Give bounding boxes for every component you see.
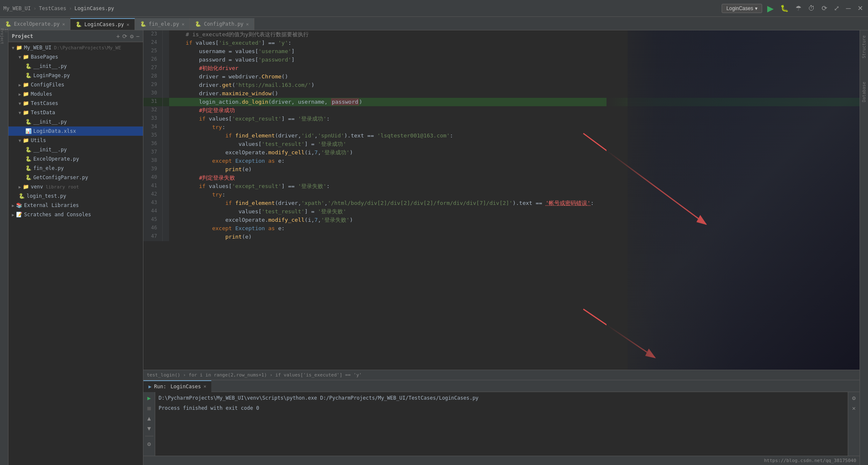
- project-side-tab[interactable]: 1: Project: [0, 32, 8, 40]
- tab-close-icon[interactable]: ✕: [182, 22, 185, 27]
- tree-external-libs[interactable]: ▶ 📚 External Libraries: [8, 201, 143, 210]
- code-line-35: 35 if find_element(driver,'id','spnUid')…: [143, 132, 860, 140]
- tree-configfiles[interactable]: ▶ 📁 ConfigFiles: [8, 80, 143, 89]
- code-line-43: 43 if find_element(driver,'xpath','/html…: [143, 199, 860, 207]
- tab-config-path[interactable]: 🐍 ConfigPath.py ✕: [190, 18, 254, 30]
- tab-close-icon[interactable]: ✕: [127, 22, 129, 27]
- tree-loginpage[interactable]: 🐍 LoginPage.py: [8, 71, 143, 80]
- tree-label: __init__.py: [33, 147, 67, 153]
- tab-excel-operate[interactable]: 🐍 ExcelOperate.py ✕: [0, 18, 70, 30]
- scratches-icon: 📝: [16, 212, 22, 218]
- tree-init-utils[interactable]: 🐍 __init__.py: [8, 145, 143, 154]
- project-header: Project + ⟳ ⚙ −: [8, 30, 143, 42]
- profile-button[interactable]: ⏱: [806, 4, 817, 13]
- tree-testcases[interactable]: ▼ 📁 TestCases: [8, 99, 143, 108]
- tree-label: TestCases: [31, 100, 58, 106]
- tree-testdata[interactable]: ▼ 📁 TestData: [8, 108, 143, 117]
- tree-init-testdata[interactable]: 🐍 __init__.py: [8, 117, 143, 126]
- run-tab-label: Run:: [154, 384, 166, 390]
- structure-tab[interactable]: Structure: [861, 32, 867, 62]
- code-line-34: 34 try:: [143, 123, 860, 132]
- tree-arrow: ▶: [19, 83, 21, 87]
- add-icon[interactable]: +: [116, 33, 120, 40]
- run-config-button[interactable]: LoginCases ▾: [722, 4, 762, 13]
- tree-utils[interactable]: ▼ 📁 Utils: [8, 136, 143, 145]
- tree-exceloperate[interactable]: 🐍 ExcelOperate.py: [8, 154, 143, 164]
- run-tab-close[interactable]: ✕: [203, 384, 206, 389]
- tree-fin-ele[interactable]: 🐍 fin_ele.py: [8, 164, 143, 173]
- tab-close-icon[interactable]: ✕: [246, 22, 249, 27]
- tree-label: ExcelOperate.py: [33, 156, 79, 162]
- run-up-button[interactable]: ▲: [145, 414, 154, 422]
- tab-login-cases[interactable]: 🐍 LoginCases.py ✕: [70, 18, 135, 30]
- run-settings-right[interactable]: ⚙: [850, 394, 858, 402]
- py-icon: 🐍: [140, 21, 146, 27]
- folder-icon: 📁: [16, 45, 22, 51]
- run-play-button[interactable]: ▶: [145, 394, 154, 402]
- bottom-panel: ▶ Run: LoginCases ✕ ▶ ■ ▲ ▼ ⚙ D: [143, 380, 860, 456]
- breadcrumb-my-web-ui[interactable]: My_WEB_UI: [3, 5, 31, 11]
- ext-lib-icon: 📚: [16, 202, 22, 208]
- run-output: D:\PycharmProjects\My_WEB_UI\venv\Script…: [155, 392, 848, 456]
- tree-venv[interactable]: ▶ 📁 venv library root: [8, 182, 143, 191]
- tree-arrow: ▶: [12, 203, 14, 208]
- editor-breadcrumb: test_login() › for i in range(2,row_nums…: [143, 370, 860, 380]
- tree-arrow: ▼: [12, 46, 14, 50]
- tree-label: GetConfigParser.py: [33, 175, 88, 180]
- tab-fin-ele[interactable]: 🐍 fin_ele.py ✕: [135, 18, 190, 30]
- code-line-42: 42 try:: [143, 191, 860, 199]
- tree-modules[interactable]: ▶ 📁 Modules: [8, 89, 143, 99]
- tab-close-icon[interactable]: ✕: [62, 22, 65, 27]
- coverage-button[interactable]: ☂: [794, 3, 803, 13]
- close-window[interactable]: ✕: [856, 3, 865, 13]
- database-tab[interactable]: Database: [861, 78, 867, 105]
- sync-icon[interactable]: ⟳: [122, 33, 127, 40]
- code-line-32: 32 #判定登录成功: [143, 106, 860, 115]
- run-result: Process finished with exit code 0: [159, 404, 844, 412]
- run-down-button[interactable]: ▼: [145, 424, 154, 433]
- tree-getconfigparser[interactable]: 🐍 GetConfigParser.py: [8, 173, 143, 182]
- run-tab[interactable]: ▶ Run: LoginCases ✕: [143, 380, 211, 392]
- code-line-31: 31 login_action.do_login(driver, usernam…: [143, 98, 860, 106]
- breadcrumb-testcases[interactable]: TestCases: [39, 5, 66, 11]
- breadcrumb: My_WEB_UI › TestCases › LoginCases.py: [3, 5, 114, 11]
- code-line-24: 24 if values['is_executed'] == 'y':: [143, 39, 860, 47]
- run-close-panel[interactable]: ✕: [850, 404, 858, 412]
- code-area[interactable]: 23 # is_executed的值为y则代表这行数据要被执行 24 if va…: [143, 30, 860, 370]
- tree-arrow: ▼: [19, 110, 21, 115]
- tab-label: ConfigPath.py: [204, 21, 243, 27]
- expand-button[interactable]: ⤢: [832, 3, 841, 13]
- tree-arrow: ▼: [19, 55, 21, 59]
- code-line-45: 45 excelOperate.modify_cell(i,7,'登录失败'): [143, 216, 860, 224]
- tree-basepages[interactable]: ▼ 📁 BasePages: [8, 52, 143, 62]
- tree-label: login_test.py: [27, 193, 66, 199]
- tree-scratches[interactable]: ▶ 📝 Scratches and Consoles: [8, 210, 143, 219]
- minimize-window[interactable]: ─: [844, 4, 852, 13]
- tree-label: External Libraries: [24, 202, 79, 208]
- run-button[interactable]: ▶: [766, 3, 775, 14]
- tree-login-test[interactable]: 🐍 login_test.py: [8, 191, 143, 201]
- tree-scratches-label: Scratches and Consoles: [24, 212, 91, 218]
- close-panel-icon[interactable]: −: [136, 33, 140, 40]
- tree-tag: library root: [46, 184, 79, 190]
- tree-init-basepages[interactable]: 🐍 __init__.py: [8, 62, 143, 71]
- settings-icon[interactable]: ⚙: [130, 33, 133, 40]
- tab-label: fin_ele.py: [149, 21, 179, 27]
- svg-line-1: [583, 309, 655, 357]
- tree-logindata[interactable]: 📊 LoginData.xlsx: [8, 126, 143, 136]
- reload-button[interactable]: ⟳: [820, 3, 829, 13]
- code-line-44: 44 values['test_result'] = '登录失败': [143, 207, 860, 216]
- code-line-46: 46 except Exception as e:: [143, 224, 860, 233]
- project-title: Project: [12, 33, 33, 39]
- debug-button[interactable]: 🐛: [779, 3, 790, 13]
- code-line-23: 23 # is_executed的值为y则代表这行数据要被执行: [143, 30, 860, 39]
- code-editor: 23 # is_executed的值为y则代表这行数据要被执行 24 if va…: [143, 30, 860, 380]
- run-right-icons: ⚙ ✕: [848, 392, 860, 456]
- run-stop-button[interactable]: ■: [145, 404, 154, 412]
- run-settings-button[interactable]: ⚙: [145, 440, 154, 448]
- code-table: 23 # is_executed的值为y则代表这行数据要被执行 24 if va…: [143, 30, 860, 241]
- tree-root-label: My_WEB_UI: [24, 45, 51, 51]
- code-line-39: 39 print(e): [143, 165, 860, 174]
- tree-root[interactable]: ▼ 📁 My_WEB_UI D:\PycharmProjects\My_WE: [8, 43, 143, 52]
- status-bar: https://blog.csdn.net/qq_38175040: [143, 456, 860, 465]
